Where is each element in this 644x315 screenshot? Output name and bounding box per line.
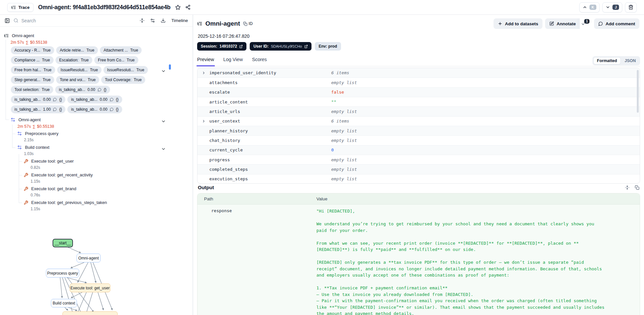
tree-node-tool[interactable]: Execute tool: get_brand xyxy=(24,186,76,191)
score-badge[interactable]: Free from Co...True xyxy=(94,56,138,64)
collapse-chevron-icon[interactable] xyxy=(161,119,166,124)
collapse-chevron-icon[interactable] xyxy=(161,69,166,74)
tree-node-duration: 1.15s xyxy=(31,179,40,184)
json-row[interactable]: user_context 6 items xyxy=(197,116,640,126)
score-badge[interactable]: IssueResoluti...True xyxy=(104,66,148,74)
json-key: chat_history xyxy=(209,138,240,143)
user-id-badge[interactable]: User ID: SDAHUSLy9f1CHo xyxy=(250,42,311,51)
json-row: current_cycle 0 xyxy=(197,145,640,155)
tab-log-view[interactable]: Log View xyxy=(223,55,243,66)
comment-bubble-icon xyxy=(110,98,114,101)
json-key: completed_steps xyxy=(209,167,248,172)
settings-icon[interactable] xyxy=(150,18,155,23)
tree-node-tool[interactable]: Execute tool: get_recent_activity xyxy=(24,172,93,177)
download-icon[interactable] xyxy=(161,18,166,23)
score-badge[interactable]: Escalation:True xyxy=(56,56,92,64)
collapse-chevron-icon[interactable] xyxy=(161,146,166,151)
tree-node-tool[interactable]: Execute tool: get_previous_steps_taken xyxy=(24,200,107,205)
score-badge[interactable]: Step generat...True xyxy=(11,76,54,84)
graph-node-start[interactable]: __start__ xyxy=(53,239,73,247)
tree-guide-elbow xyxy=(19,175,22,175)
expand-chevron-icon[interactable] xyxy=(202,119,206,123)
score-badge[interactable]: Compliance ...True xyxy=(11,56,54,64)
output-value: "Hi [REDACTED], We understand you’re try… xyxy=(316,205,640,315)
json-value: empty list xyxy=(331,138,640,143)
timeline-toggle[interactable]: Timeline xyxy=(171,18,188,23)
search-input[interactable] xyxy=(21,18,136,23)
tree-scrollbar-thumb[interactable] xyxy=(169,64,171,70)
tree-node-tool[interactable]: Execute tool: get_user xyxy=(24,159,74,164)
graph-node-build-context[interactable]: Build context xyxy=(51,299,77,307)
score-badge[interactable]: Tool Coverage:True xyxy=(101,76,145,84)
json-row: attachments empty list xyxy=(197,78,640,87)
tree-node-root[interactable]: Omni-agent xyxy=(4,33,34,38)
json-row: escalate false xyxy=(197,87,640,97)
copy-icon[interactable] xyxy=(635,185,639,190)
json-row: execution_steps empty list xyxy=(197,174,640,184)
score-badge[interactable]: Free from hal...True xyxy=(11,66,55,74)
wrench-icon xyxy=(24,173,28,177)
score-badge[interactable]: is_talking_ab...0.00{} xyxy=(67,96,122,103)
tree-guide-line xyxy=(12,124,12,147)
shortcut-key-k: K xyxy=(589,5,597,10)
bookmark-star-icon[interactable] xyxy=(175,5,181,10)
score-badge[interactable]: IssueResoluti...True xyxy=(57,66,102,74)
graph-node-preprocess-query[interactable]: Preprocess query xyxy=(46,269,79,278)
detail-header: Omni-agent ID Add to datasets Annotate xyxy=(197,18,639,29)
table-scrollbar-thumb[interactable] xyxy=(637,70,639,113)
score-badge[interactable]: Tool selection:True xyxy=(11,86,53,94)
json-value: empty list xyxy=(331,167,640,172)
tree-node-span[interactable]: Preprocess query xyxy=(17,131,58,136)
score-badge[interactable]: Attachment ...True xyxy=(100,46,142,54)
json-row[interactable]: impersonated_user_identity 6 items xyxy=(197,68,640,78)
fold-vertical-icon[interactable] xyxy=(625,185,630,190)
next-trace-button[interactable]: J xyxy=(602,2,622,12)
format-option-formatted[interactable]: Formatted xyxy=(593,57,621,64)
graph-node-omni-agent[interactable]: Omni-agent xyxy=(77,254,101,262)
score-badge[interactable]: is_talking_ab...0.00{} xyxy=(55,86,110,94)
topbar-actions: K J xyxy=(579,2,637,12)
json-value: 6 items xyxy=(331,70,640,75)
json-key: escalate xyxy=(209,90,230,95)
tab-scores[interactable]: Scores xyxy=(252,55,267,66)
tree-guide-elbow xyxy=(19,203,22,203)
top-bar: Trace Omni-agent: 9f4a81eb3df983f24d64d5… xyxy=(0,0,644,15)
sidebar-header: Timeline xyxy=(0,15,193,27)
score-badge[interactable]: is_talking_ab...1.00{} xyxy=(11,105,65,113)
tab-preview[interactable]: Preview xyxy=(197,55,214,66)
collapse-panel-icon[interactable] xyxy=(5,18,10,23)
annotate-button[interactable]: Annotate xyxy=(545,18,580,29)
score-badge[interactable]: Article retrie...True xyxy=(56,46,98,54)
score-badge[interactable]: is_talking_ab...0.00{} xyxy=(11,96,65,103)
tree-node-span[interactable]: Build context xyxy=(17,145,49,150)
json-key: current_cycle xyxy=(209,147,243,152)
fold-vertical-icon[interactable] xyxy=(140,18,145,23)
delete-trace-button[interactable] xyxy=(625,2,637,12)
expand-chevron-icon[interactable] xyxy=(202,71,206,75)
detail-tabs: Preview Log View Scores Formatted JSON xyxy=(197,55,640,66)
add-comment-button[interactable]: Add comment xyxy=(594,18,639,29)
output-heading: Output xyxy=(198,185,214,190)
add-to-datasets-button[interactable]: Add to datasets xyxy=(494,18,542,29)
json-key: article_content xyxy=(209,100,248,104)
tree-node-label: Execute tool: get_user xyxy=(31,159,74,164)
score-badge[interactable]: Accuracy - R...True xyxy=(11,46,54,54)
format-option-json[interactable]: JSON xyxy=(621,57,639,64)
score-badge[interactable]: Tone and voi...True xyxy=(56,76,99,84)
json-row: progress empty list xyxy=(197,155,640,164)
list-tree-icon xyxy=(4,33,9,38)
sum-icon: ∑ xyxy=(25,40,30,44)
share-icon[interactable] xyxy=(185,5,191,10)
external-link-icon xyxy=(239,45,243,48)
detail-actions: Add to datasets Annotate 1 xyxy=(494,18,639,29)
graph-node-partial[interactable] xyxy=(62,311,118,315)
json-key: planner_history xyxy=(209,128,248,133)
score-badge[interactable]: is_talking_ab...0.00{} xyxy=(67,105,122,113)
tree-node-agent[interactable]: Omni-agent xyxy=(11,117,41,122)
copy-id-button[interactable]: ID xyxy=(243,21,253,26)
session-badge[interactable]: Session: 14910372 xyxy=(197,42,246,51)
annotate-dropdown-button[interactable]: 1 xyxy=(578,18,591,29)
graph-node-execute-tool-get-user[interactable]: Execute tool: get_user xyxy=(70,283,110,292)
prev-trace-button[interactable]: K xyxy=(579,2,600,12)
column-value: Value xyxy=(316,196,328,201)
